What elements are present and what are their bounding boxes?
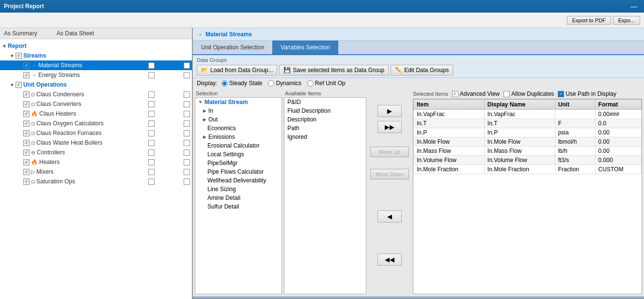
col-cb-2-waste[interactable] [184,140,190,146]
as-data-sheet-link[interactable]: As Data Sheet [57,30,94,37]
move-down-button[interactable]: Move Down [370,169,409,179]
avail-item-erosional[interactable]: Erosional Calculator [195,141,282,150]
advanced-view-option[interactable]: Advanced View [452,90,500,97]
expand-icon-unit-ops[interactable]: ▼ [10,82,15,88]
col-cb-1-oxygen[interactable] [148,120,155,127]
use-path-checkbox[interactable] [558,91,564,97]
move-up-button[interactable]: Move Up [370,147,409,157]
avail-item-amine[interactable]: Amine Detail [195,194,282,202]
checkbox-claus-waste[interactable] [23,140,30,146]
checkbox-claus-condensers[interactable] [23,91,30,98]
expand-icon-streams[interactable]: ▼ [10,53,15,59]
checkbox-claus-heaters[interactable] [23,111,30,117]
table-row[interactable]: In.VapFracIn.VapFrac0.00### [414,110,642,119]
avail-item-pipe-flows[interactable]: Pipe Flows Calculator [195,167,282,176]
checkbox-energy-streams[interactable] [23,72,30,78]
table-row[interactable]: In.Mole FlowIn.Mole Flowlbmol/h0.00 [414,137,642,147]
avail-item-sulfur[interactable]: Sulfur Detail [195,202,282,211]
col-cb-2-material[interactable] [184,62,190,69]
avail-item-in[interactable]: ▶ In [195,106,282,115]
tree-item-report[interactable]: ▼ Report [0,41,192,51]
export-pdf-button[interactable]: Export to PDF [567,16,611,25]
avail-item-emissions[interactable]: ▶ Emissions [195,133,282,141]
radio-steady-state[interactable]: Steady State [221,80,263,87]
radio-dynamics-input[interactable] [268,80,274,87]
tab-unit-operation-selection[interactable]: Unit Operation Selection [193,41,272,54]
col-cb-1-mixers[interactable] [148,169,155,175]
checkbox-claus-oxygen[interactable] [23,120,30,127]
export-button[interactable]: Expo... [613,16,640,25]
checkbox-material-streams[interactable] [23,62,30,69]
minimize-button[interactable]: — [628,2,640,10]
table-row[interactable]: In.Volume FlowIn.Volume Flowft3/s0.000 [414,156,642,165]
avail-item-pipeselmgr[interactable]: PipeSelMgr [195,159,282,167]
tree-item-claus-heaters[interactable]: 🔥 Claus Heaters [0,109,192,119]
table-row[interactable]: In.Mole FractionIn.Mole FractionFraction… [414,165,642,174]
col-cb-1-cheaters[interactable] [148,111,155,117]
tree-item-unit-ops[interactable]: ▼ Unit Operations [0,80,192,90]
col-cb-2-energy[interactable] [184,72,190,78]
tree-item-saturation[interactable]: ⊡ Saturation Ops [0,177,192,186]
tree-item-claus-converters[interactable]: ⊡ Claus Converters [0,99,192,109]
as-summary-link[interactable]: As Summary [4,30,37,37]
tree-item-heaters[interactable]: 🔥 Heaters [0,157,192,167]
col-cb-1-controllers[interactable] [148,150,155,156]
col-cb-1-waste[interactable] [148,140,155,146]
add-all-button[interactable]: ▶▶ [377,121,402,133]
avail-item-economics[interactable]: Economics [195,124,282,133]
col-cb-2-oxygen[interactable] [184,120,190,127]
checkbox-claus-reaction[interactable] [23,130,30,136]
table-row[interactable]: In.TIn.TF0.0 [414,119,642,128]
col-cb-1-saturation[interactable] [148,179,155,185]
add-button[interactable]: ▶ [377,105,402,117]
col-cb-1-heaters[interactable] [148,159,155,165]
checkbox-mixers[interactable] [23,169,30,175]
advanced-view-checkbox[interactable] [452,91,458,97]
checkbox-streams[interactable] [16,53,22,59]
tab-variables-selection[interactable]: Variables Selection [272,41,338,54]
col-cb-2-controllers[interactable] [184,150,190,156]
tree-item-energy-streams[interactable]: → Energy Streams [0,70,192,80]
checkbox-controllers[interactable] [23,150,30,156]
table-row[interactable]: In.Mass FlowIn.Mass Flowlb/h0.00 [414,147,642,156]
tree-item-claus-reaction[interactable]: ⊡ Claus Reaction Furnaces [0,128,192,138]
avail-item-wellhead[interactable]: Wellhead Deliverability [195,176,282,185]
col-cb-2-condensers[interactable] [184,91,190,98]
radio-ref-unit-op[interactable]: Ref Unit Op [307,80,346,87]
remove-button[interactable]: ◀ [377,210,402,223]
radio-ref-unit-op-input[interactable] [307,80,314,87]
col-cb-1-reaction[interactable] [148,130,155,136]
col-cb-2-converters[interactable] [184,101,190,107]
tree-item-claus-oxygen[interactable]: ⊡ Claus Oxygen Calculators [0,119,192,128]
radio-dynamics[interactable]: Dynamics [268,80,301,87]
tree-item-mixers[interactable]: ▷ Mixers [0,167,192,177]
table-row[interactable]: In.PIn.Ppsia0.00 [414,128,642,137]
use-path-option[interactable]: Use Path in Display [558,90,616,97]
checkbox-heaters[interactable] [23,159,30,165]
col-cb-2-reaction[interactable] [184,130,190,136]
avail-item-p-and-id[interactable]: P&ID [284,98,366,106]
load-data-group-button[interactable]: 📂 Load from Data Group... [197,65,277,75]
radio-steady-state-input[interactable] [221,80,228,87]
checkbox-claus-converters[interactable] [23,101,30,107]
allow-duplicates-option[interactable]: Allow Duplicates [503,90,554,97]
edit-data-groups-button[interactable]: ✏️ Edit Data Groups [391,65,453,75]
tree-item-claus-waste[interactable]: ⊡ Claus Waste Heat Boilers [0,138,192,148]
col-cb-2-heaters[interactable] [184,159,190,165]
avail-item-fluid-desc[interactable]: Fluid Description [284,106,366,115]
col-cb-2-saturation[interactable] [184,179,190,185]
tree-item-material-streams[interactable]: → Material Streams ✓ [0,60,192,70]
avail-item-description[interactable]: Description [284,115,366,124]
col-cb-1-condensers[interactable] [148,91,155,98]
col-cb-2-mixers[interactable] [184,169,190,175]
avail-item-out[interactable]: ▶ Out [195,115,282,124]
expand-icon-report[interactable]: ▼ [2,44,7,49]
col-cb-1-energy[interactable] [148,72,155,78]
avail-item-path[interactable]: Path [284,124,366,133]
avail-item-local-settings[interactable]: Local Settings [195,150,282,159]
tree-item-controllers[interactable]: ⊖ Controllers [0,148,192,157]
col-cb-1-converters[interactable] [148,101,155,107]
checkbox-saturation[interactable] [23,179,30,185]
avail-item-ignored[interactable]: Ignored [284,133,366,141]
avail-item-material-stream[interactable]: ▼ Material Stream [195,98,282,106]
